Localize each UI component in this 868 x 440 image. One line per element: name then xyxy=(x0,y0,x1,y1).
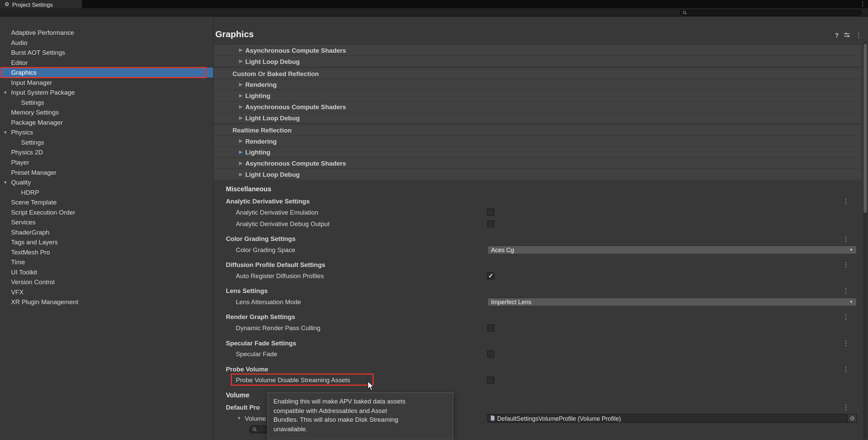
section-title-miscellaneous: Miscellaneous xyxy=(214,185,861,193)
sidebar-item-scene-template[interactable]: Scene Template xyxy=(0,197,214,207)
scrollbar-thumb[interactable] xyxy=(864,44,867,213)
sidebar-item-package-manager[interactable]: Package Manager xyxy=(0,118,214,128)
gear-icon: ⚙ xyxy=(4,1,9,7)
foldout-row-light-loop-debug[interactable]: ▶Light Loop Debug xyxy=(214,169,861,179)
sidebar-item-preset-manager[interactable]: Preset Manager xyxy=(0,167,214,177)
object-field-volume[interactable]: DefaultSettingsVolumeProfile (Volume Pro… xyxy=(487,414,857,422)
sidebar-item-label: Editor xyxy=(11,59,28,66)
sidebar-item-label: Preset Manager xyxy=(11,169,56,176)
asset-icon xyxy=(490,415,495,421)
window-menu-icon[interactable]: ⋮ xyxy=(860,1,866,8)
settings-block-probe-volume: Probe Volume⋮Probe Volume Disable Stream… xyxy=(214,365,861,386)
sidebar-item-adaptive-performance[interactable]: Adaptive Performance xyxy=(0,28,214,38)
row-label: Rendering xyxy=(245,81,277,88)
block-menu-icon[interactable]: ⋮ xyxy=(843,365,849,373)
sidebar-item-burst-aot-settings[interactable]: Burst AOT Settings xyxy=(0,48,214,58)
sidebar-item-services[interactable]: Services xyxy=(0,217,214,227)
block-menu-icon[interactable]: ⋮ xyxy=(843,403,849,412)
sidebar-item-physics[interactable]: ▼Physics xyxy=(0,127,214,138)
sidebar-item-xr-plugin-management[interactable]: XR Plugin Management xyxy=(0,297,214,307)
foldout-row-light-loop-debug[interactable]: ▶Light Loop Debug xyxy=(214,113,861,123)
sidebar-item-time[interactable]: Time xyxy=(0,257,214,267)
sidebar-item-label: Audio xyxy=(11,39,27,46)
tooltip: Enabling this will make APV baked data a… xyxy=(267,392,453,439)
sidebar-item-physics-2d[interactable]: Physics 2D xyxy=(0,147,214,157)
foldout-row-asynchronous-compute-shaders[interactable]: ▶Asynchronous Compute Shaders xyxy=(214,158,861,168)
object-picker-icon[interactable]: ⊙ xyxy=(847,414,856,422)
tab-project-settings[interactable]: ⚙ Project Settings xyxy=(0,0,82,8)
row-label: Realtime Reflection xyxy=(233,127,292,133)
row-label: Custom Or Baked Reflection xyxy=(233,70,319,77)
checkbox-analytic-derivative-debug-output[interactable] xyxy=(487,220,494,227)
foldout-row-light-loop-debug[interactable]: ▶Light Loop Debug xyxy=(214,56,861,67)
block-title: Default Pro xyxy=(226,404,260,411)
vertical-scrollbar[interactable] xyxy=(863,42,867,439)
foldout-row-asynchronous-compute-shaders[interactable]: ▶Asynchronous Compute Shaders xyxy=(214,101,861,112)
sidebar-item-label: VFX xyxy=(11,289,24,295)
sidebar-item-textmesh-pro[interactable]: TextMesh Pro xyxy=(0,247,214,257)
sidebar-item-input-system-package[interactable]: ▼Input System Package xyxy=(0,88,214,98)
sidebar-item-vfx[interactable]: VFX xyxy=(0,287,214,297)
sidebar-item-label: Settings xyxy=(21,139,44,146)
group-header-realtime-reflection[interactable]: Realtime Reflection xyxy=(214,125,861,135)
sidebar-item-label: Package Manager xyxy=(11,119,63,126)
sidebar-item-settings[interactable]: Settings xyxy=(0,98,214,108)
sidebar-item-label: Input System Package xyxy=(11,89,75,96)
dropdown-color-grading-space[interactable]: Aces Cg▼ xyxy=(487,245,857,254)
block-header-specular-fade-settings: Specular Fade Settings⋮ xyxy=(214,339,861,347)
property-label: Dynamic Render Pass Culling xyxy=(236,324,320,331)
sidebar-item-memory-settings[interactable]: Memory Settings xyxy=(0,107,214,118)
sidebar-item-audio[interactable]: Audio xyxy=(0,38,214,48)
sidebar-item-script-execution-order[interactable]: Script Execution Order xyxy=(0,207,214,217)
sidebar-item-hdrp[interactable]: HDRP xyxy=(0,187,214,197)
sidebar-item-label: Burst AOT Settings xyxy=(11,49,65,56)
block-title: Probe Volume xyxy=(226,366,268,372)
dropdown-lens-attenuation-mode[interactable]: Imperfect Lens▼ xyxy=(487,297,857,306)
group-header-custom-or-baked-reflection[interactable]: Custom Or Baked Reflection xyxy=(214,68,861,79)
foldout-row-rendering[interactable]: ▶Rendering xyxy=(214,79,861,90)
block-menu-icon[interactable]: ⋮ xyxy=(843,197,849,205)
chevron-down-icon: ▼ xyxy=(849,248,853,251)
sidebar-item-graphics[interactable]: Graphics xyxy=(0,68,214,78)
checkbox-auto-register-diffusion-profiles[interactable] xyxy=(487,272,494,279)
foldout-row-asynchronous-compute-shaders[interactable]: ▶Asynchronous Compute Shaders xyxy=(214,45,861,55)
row-label: Light Loop Debug xyxy=(245,115,299,121)
property-row-specular-fade: Specular Fade xyxy=(214,348,861,360)
sidebar-item-label: Input Manager xyxy=(11,79,52,86)
foldout-row-lighting[interactable]: ▶Lighting xyxy=(214,90,861,101)
block-menu-icon[interactable]: ⋮ xyxy=(843,261,849,269)
sidebar-item-label: Script Execution Order xyxy=(11,209,75,216)
block-menu-icon[interactable]: ⋮ xyxy=(843,235,849,243)
sidebar-item-editor[interactable]: Editor xyxy=(0,58,214,68)
sidebar-item-label: Version Control xyxy=(11,279,55,286)
sidebar-item-tags-and-layers[interactable]: Tags and Layers xyxy=(0,237,214,247)
settings-block-analytic-derivative-settings: Analytic Derivative Settings⋮Analytic De… xyxy=(214,197,861,229)
sidebar-item-ui-toolkit[interactable]: UI Toolkit xyxy=(0,267,214,277)
block-menu-icon[interactable]: ⋮ xyxy=(843,339,849,347)
sidebar-item-input-manager[interactable]: Input Manager xyxy=(0,78,214,88)
help-icon[interactable]: ? xyxy=(835,32,839,39)
settings-block-specular-fade-settings: Specular Fade Settings⋮Specular Fade xyxy=(214,339,861,360)
more-icon[interactable]: ⋮ xyxy=(855,31,862,39)
foldout-row-rendering[interactable]: ▶Rendering xyxy=(214,136,861,146)
preset-icon[interactable] xyxy=(844,30,850,41)
block-header-render-graph-settings: Render Graph Settings⋮ xyxy=(214,313,861,321)
row-label: Asynchronous Compute Shaders xyxy=(245,47,346,54)
settings-search-input[interactable] xyxy=(680,10,862,16)
checkbox-probe-volume-disable-streaming-assets[interactable] xyxy=(487,376,494,383)
sidebar-item-player[interactable]: Player xyxy=(0,157,214,168)
block-menu-icon[interactable]: ⋮ xyxy=(843,313,849,321)
sidebar-item-shadergraph[interactable]: ShaderGraph xyxy=(0,227,214,237)
checkbox-dynamic-render-pass-culling[interactable] xyxy=(487,324,494,331)
sidebar-item-version-control[interactable]: Version Control xyxy=(0,277,214,287)
graphics-rows: ▶Asynchronous Compute Shaders▶Light Loop… xyxy=(214,45,861,180)
foldout-row-lighting[interactable]: ▶Lighting xyxy=(214,147,861,157)
property-label: Auto Register Diffusion Profiles xyxy=(236,272,324,279)
sidebar-item-settings[interactable]: Settings xyxy=(0,138,214,148)
sidebar-item-label: HDRP xyxy=(21,189,39,196)
sidebar-item-quality[interactable]: ▼Quality xyxy=(0,177,214,188)
checkbox-specular-fade[interactable] xyxy=(487,350,494,357)
checkbox-analytic-derivative-emulation[interactable] xyxy=(487,209,494,216)
sidebar-item-label: Physics xyxy=(11,129,33,136)
block-menu-icon[interactable]: ⋮ xyxy=(843,287,849,295)
